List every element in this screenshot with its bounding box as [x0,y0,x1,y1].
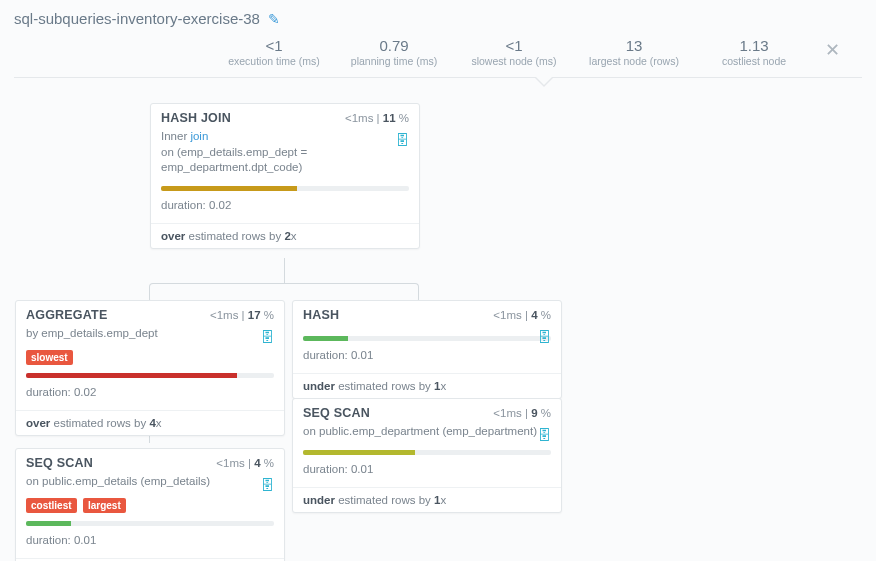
node-aggregate[interactable]: AGGREGATE <1ms | 17 % by emp_details.emp… [15,300,285,436]
node-seq-scan-details[interactable]: SEQ SCAN <1ms | 4 % on public.emp_detail… [15,448,285,561]
close-icon[interactable]: ✕ [825,39,840,61]
estimate-row: under estimated rows by 1x [293,488,561,512]
node-body: by emp_details.emp_dept 🗄 [16,326,284,348]
duration-bar [303,336,551,341]
metric-value: 1.13 [694,37,814,54]
page-title: sql-subqueries-inventory-exercise-38 [14,10,260,27]
duration-bar [26,521,274,526]
database-icon[interactable]: 🗄 [395,131,409,150]
bar-fill [26,521,71,526]
metric-value: 13 [574,37,694,54]
node-title: AGGREGATE [26,308,107,322]
node-title: SEQ SCAN [26,456,93,470]
tag-largest: largest [83,498,126,513]
tags: slowest [16,348,284,369]
database-icon[interactable]: 🗄 [537,328,551,347]
duration-row: duration: 0.02 [151,193,419,217]
metric-largest-node: 13 largest node (rows) [574,37,694,67]
node-time: <1ms | 11 % [345,112,409,124]
database-icon[interactable]: 🗄 [537,426,551,445]
metric-label: slowest node (ms) [454,55,574,67]
node-title: SEQ SCAN [303,406,370,420]
duration-row: duration: 0.01 [293,343,561,367]
node-title: HASH JOIN [161,111,231,125]
metric-value: 0.79 [334,37,454,54]
title-row: sql-subqueries-inventory-exercise-38 ✎ [14,10,862,27]
duration-bar [303,450,551,455]
metric-value: <1 [214,37,334,54]
duration-row: duration: 0.02 [16,380,284,404]
database-icon[interactable]: 🗄 [260,328,274,347]
node-time: <1ms | 4 % [493,309,551,321]
duration-row: duration: 0.01 [16,528,284,552]
tag-costliest: costliest [26,498,77,513]
node-body: Inner join on (emp_details.emp_dept = em… [151,129,419,182]
duration-row: duration: 0.01 [293,457,561,481]
node-title: HASH [303,308,339,322]
estimate-row: under estimated rows by 1x [293,374,561,398]
metric-costliest-node: 1.13 costliest node [694,37,814,67]
metric-value: <1 [454,37,574,54]
connector [284,258,285,283]
plan-canvas: HASH JOIN <1ms | 11 % Inner join on (emp… [0,88,876,558]
metric-label: planning time (ms) [334,55,454,67]
bar-fill [26,373,237,378]
duration-bar [161,186,409,191]
tags: costliest largest [16,496,284,517]
tag-slowest: slowest [26,350,73,365]
node-hash-join[interactable]: HASH JOIN <1ms | 11 % Inner join on (emp… [150,103,420,249]
node-time: <1ms | 17 % [210,309,274,321]
bar-fill [303,336,348,341]
node-seq-scan-department[interactable]: SEQ SCAN <1ms | 9 % on public.emp_depart… [292,398,562,513]
metric-label: costliest node [694,55,814,67]
metrics-bar: <1 execution time (ms) 0.79 planning tim… [14,33,862,78]
database-icon[interactable]: 🗄 [260,476,274,495]
pointer-icon [534,77,554,87]
bar-fill [161,186,297,191]
header: sql-subqueries-inventory-exercise-38 ✎ <… [0,0,876,88]
node-hash[interactable]: HASH <1ms | 4 % 🗄 duration: 0.01 under e… [292,300,562,399]
estimate-row: over estimated rows by 4x [16,411,284,435]
estimate-row: over estimated rows by 2x [151,224,419,248]
join-link[interactable]: join [190,130,208,142]
metric-label: execution time (ms) [214,55,334,67]
node-body: 🗄 [293,326,561,332]
node-time: <1ms | 9 % [493,407,551,419]
metric-label: largest node (rows) [574,55,694,67]
node-body: on public.emp_department (emp_department… [293,424,561,446]
duration-bar [26,373,274,378]
node-time: <1ms | 4 % [216,457,274,469]
edit-icon[interactable]: ✎ [268,11,280,27]
bar-fill [303,450,415,455]
metric-slowest-node: <1 slowest node (ms) [454,37,574,67]
node-body: on public.emp_details (emp_details) 🗄 [16,474,284,496]
metric-execution-time: <1 execution time (ms) [214,37,334,67]
metric-planning-time: 0.79 planning time (ms) [334,37,454,67]
